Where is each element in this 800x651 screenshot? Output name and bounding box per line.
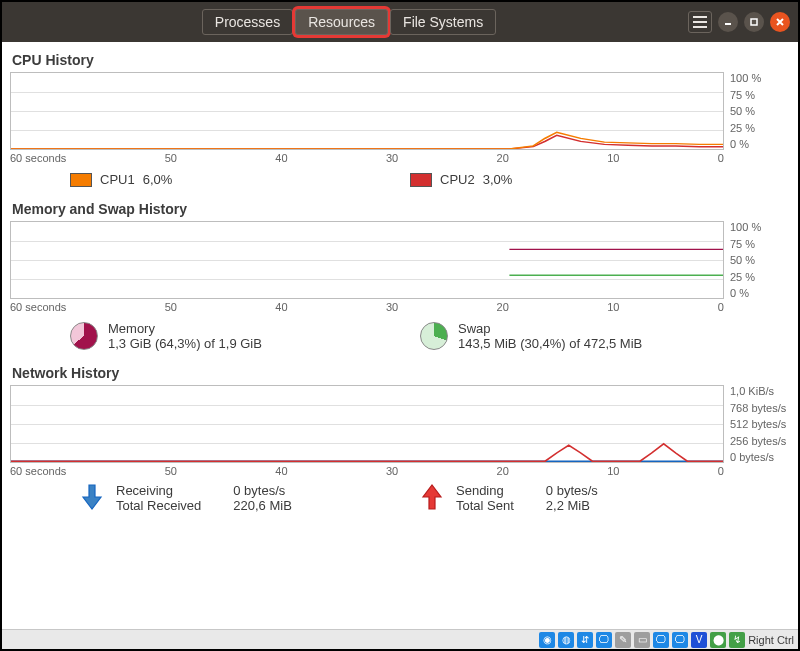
content-area: CPU History 100 % 75 % 50 % 25 % 0 % 60 … [2,42,798,629]
x-30: 30 [386,465,398,477]
cpu-y-75: 75 % [730,89,790,101]
tab-processes[interactable]: Processes [202,9,293,35]
mem-chart-row: 100 % 75 % 50 % 25 % 0 % [10,221,790,299]
x-10: 10 [607,465,619,477]
receiving-legend-item[interactable]: Receiving Total Received 0 bytes/s 220,6… [80,483,390,513]
x-50: 50 [165,465,177,477]
cpu1-swatch-icon [70,173,92,187]
tab-resources[interactable]: Resources [295,9,388,35]
close-button[interactable] [770,12,790,32]
cpu2-value: 3,0% [483,172,513,187]
download-arrow-icon [80,483,104,511]
net-legend: Receiving Total Received 0 bytes/s 220,6… [10,479,790,515]
cpu1-legend-item[interactable]: CPU1 6,0% [70,172,370,187]
x-60: 60 seconds [10,301,66,313]
cpu-y-25: 25 % [730,122,790,134]
memory-history-title: Memory and Swap History [12,201,790,217]
total-received-label: Total Received [116,498,201,513]
net-y-2: 512 bytes/s [730,418,790,430]
cpu-history-title: CPU History [12,52,790,68]
cpu1-label: CPU1 [100,172,135,187]
cpu-chart-row: 100 % 75 % 50 % 25 % 0 % [10,72,790,150]
net-y-4: 1,0 KiB/s [730,385,790,397]
maximize-button[interactable] [744,12,764,32]
cpu2-legend-item[interactable]: CPU2 3,0% [410,172,710,187]
net-y-0: 0 bytes/s [730,451,790,463]
window-controls [688,11,790,33]
x-0: 0 [718,465,724,477]
drag-drop-icon[interactable]: ▭ [634,632,650,648]
maximize-icon [749,17,759,27]
x-20: 20 [497,301,509,313]
host-key-label: Right Ctrl [748,634,794,646]
upload-arrow-icon [420,483,444,511]
mem-y-0: 0 % [730,287,790,299]
minimize-icon [723,17,733,27]
minimize-button[interactable] [718,12,738,32]
x-40: 40 [275,301,287,313]
network-icon[interactable]: ⬤ [710,632,726,648]
close-icon [775,17,785,27]
net-x-axis: 60 seconds 50 40 30 20 10 0 [10,463,790,479]
mem-y-50: 50 % [730,254,790,266]
mem-plot [11,222,723,298]
swap-pie-icon [420,322,448,350]
net-y-3: 768 bytes/s [730,402,790,414]
x-40: 40 [275,152,287,164]
x-40: 40 [275,465,287,477]
cpu-y-0: 0 % [730,138,790,150]
net-plot [11,386,723,462]
x-0: 0 [718,152,724,164]
window-header: Processes Resources File Systems [2,2,798,42]
sending-label: Sending [456,483,514,498]
x-50: 50 [165,152,177,164]
net-y-axis: 1,0 KiB/s 768 bytes/s 512 bytes/s 256 by… [724,385,790,463]
cpu2-label: CPU2 [440,172,475,187]
view-tabs: Processes Resources File Systems [202,9,496,35]
shared-folder-icon[interactable]: 🖵 [596,632,612,648]
mem-x-axis: 60 seconds 50 40 30 20 10 0 [10,299,790,315]
net-y-1: 256 bytes/s [730,435,790,447]
x-10: 10 [607,301,619,313]
vbox-icon[interactable]: V [691,632,707,648]
hamburger-menu-button[interactable] [688,11,712,33]
x-20: 20 [497,465,509,477]
net-chart-row: 1,0 KiB/s 768 bytes/s 512 bytes/s 256 by… [10,385,790,463]
memory-title: Memory [108,321,262,336]
x-0: 0 [718,301,724,313]
recording-icon[interactable]: 🖵 [672,632,688,648]
usb-icon[interactable]: ⇵ [577,632,593,648]
mem-y-axis: 100 % 75 % 50 % 25 % 0 % [724,221,790,299]
disk-icon[interactable]: ◉ [539,632,555,648]
swap-legend-item[interactable]: Swap 143,5 MiB (30,4%) of 472,5 MiB [420,321,740,351]
receiving-label: Receiving [116,483,201,498]
network-history-title: Network History [12,365,790,381]
x-30: 30 [386,301,398,313]
sending-rate: 0 bytes/s [546,483,598,498]
x-60: 60 seconds [10,465,66,477]
hamburger-icon [693,16,707,28]
mem-y-100: 100 % [730,221,790,233]
cpu2-swatch-icon [410,173,432,187]
cpu1-value: 6,0% [143,172,173,187]
cpu-y-100: 100 % [730,72,790,84]
mem-y-25: 25 % [730,271,790,283]
mouse-integration-icon[interactable]: ↯ [729,632,745,648]
vm-status-bar: ◉ ◍ ⇵ 🖵 ✎ ▭ 🖵 🖵 V ⬤ ↯ Right Ctrl [2,629,798,649]
cpu-legend: CPU1 6,0% CPU2 3,0% [10,166,790,197]
tab-filesystems[interactable]: File Systems [390,9,496,35]
mem-y-75: 75 % [730,238,790,250]
mem-chart [10,221,724,299]
mem-legend: Memory 1,3 GiB (64,3%) of 1,9 GiB Swap 1… [10,315,790,361]
cpu-plot [11,73,723,149]
x-30: 30 [386,152,398,164]
clipboard-icon[interactable]: ✎ [615,632,631,648]
x-60: 60 seconds [10,152,66,164]
sending-legend-item[interactable]: Sending Total Sent 0 bytes/s 2,2 MiB [420,483,730,513]
optical-icon[interactable]: ◍ [558,632,574,648]
display-icon[interactable]: 🖵 [653,632,669,648]
svg-rect-0 [751,19,757,25]
memory-legend-item[interactable]: Memory 1,3 GiB (64,3%) of 1,9 GiB [70,321,390,351]
swap-detail: 143,5 MiB (30,4%) of 472,5 MiB [458,336,642,351]
cpu-y-axis: 100 % 75 % 50 % 25 % 0 % [724,72,790,150]
